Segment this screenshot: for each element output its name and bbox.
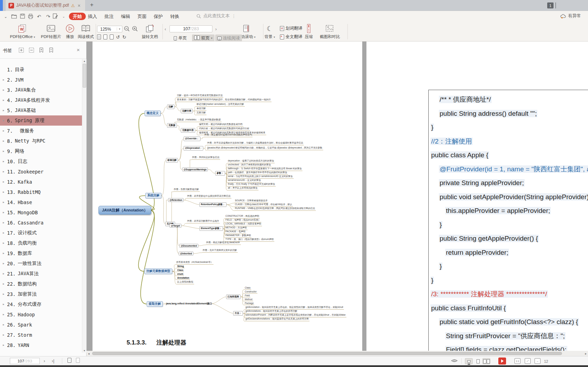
- save-icon[interactable]: [19, 13, 26, 20]
- fit-page-status-icon[interactable]: ⤢: [525, 358, 531, 364]
- continuous-layout-icon[interactable]: [465, 358, 473, 364]
- expand-all-icon[interactable]: [19, 48, 24, 53]
- menu-convert[interactable]: 转换: [170, 13, 179, 20]
- bookmark-item[interactable]: ▶9.网络: [0, 146, 82, 156]
- continuous-read-toggle[interactable]: 连续阅读: [215, 34, 242, 42]
- bookmark-item[interactable]: ▶20.一致性算法: [0, 258, 82, 268]
- read-mode-button[interactable]: 阅读模式: [76, 23, 96, 39]
- double-layout-icon[interactable]: [482, 358, 490, 364]
- expand-arrow-icon[interactable]: ▶: [3, 160, 7, 163]
- play-button[interactable]: 播放: [63, 23, 77, 39]
- sidebar-scrollbar[interactable]: ▲ ▼: [82, 59, 87, 353]
- expand-arrow-icon[interactable]: ▶: [3, 334, 7, 336]
- bookmark-item[interactable]: ▶23.加密算法: [0, 289, 82, 299]
- snapshot-compare-button[interactable]: 截图和对比: [317, 23, 343, 39]
- bookmark-item[interactable]: ▶21.JAVA算法: [0, 268, 82, 279]
- print-icon[interactable]: [27, 13, 34, 20]
- rotate-right-icon[interactable]: ↻: [122, 34, 126, 40]
- expand-arrow-icon[interactable]: ▶: [3, 303, 7, 306]
- word-translate-button[interactable]: 译 划词翻译: [278, 25, 305, 32]
- expand-arrow-icon[interactable]: ▶: [3, 150, 7, 153]
- sidebar-scroll-thumb[interactable]: [83, 64, 86, 88]
- sidebar-close-icon[interactable]: ×: [77, 47, 80, 53]
- bookmark-item[interactable]: ▶5.JAVA基础: [0, 105, 82, 115]
- fit-page-icon[interactable]: [97, 34, 101, 39]
- bookmark-item[interactable]: ▶18.负载均衡: [0, 238, 82, 248]
- bookmark-item[interactable]: ▶7.微服务: [0, 126, 82, 136]
- bookmark-item[interactable]: ▶12.Kafka: [0, 177, 82, 187]
- statusbar-page-input[interactable]: 107 /283: [10, 358, 40, 364]
- cloud-sync-status[interactable]: 有异常: [560, 13, 581, 19]
- new-tab-button[interactable]: +: [90, 1, 94, 8]
- single-layout-icon[interactable]: [474, 358, 482, 364]
- tab-close-icon[interactable]: ×: [78, 3, 81, 8]
- expand-arrow-icon[interactable]: ▶: [3, 211, 7, 214]
- rotate-left-icon[interactable]: ↺: [116, 34, 120, 40]
- double-page-toggle[interactable]: 双页 ▾: [192, 34, 215, 42]
- bookmark-item[interactable]: ▶14.Hbase: [0, 197, 82, 207]
- expand-arrow-icon[interactable]: ▶: [3, 109, 7, 112]
- expand-arrow-icon[interactable]: ▶: [3, 191, 7, 194]
- menu-edit[interactable]: 编辑: [121, 13, 130, 20]
- scroll-left-icon[interactable]: ◂: [88, 352, 90, 355]
- bookmark-item[interactable]: ▶4.JAVA多线程并发: [0, 95, 82, 105]
- expand-arrow-icon[interactable]: ▶: [3, 252, 7, 255]
- expand-arrow-icon[interactable]: ▶: [3, 140, 7, 143]
- horizontal-scrollbar[interactable]: ◂ ▸: [87, 351, 588, 356]
- next-page-button[interactable]: ›: [44, 358, 45, 363]
- menu-page[interactable]: 页面: [138, 13, 147, 20]
- expand-arrow-icon[interactable]: ▶: [3, 119, 7, 122]
- bookmark-item[interactable]: ▶15.MongoDB: [0, 207, 82, 217]
- bookmark-item[interactable]: ▶11.Zookeeper: [0, 166, 82, 177]
- zoom-out-icon[interactable]: [124, 26, 131, 33]
- bookmark-item[interactable]: ▶13.RabbitMQ: [0, 187, 82, 197]
- signature-icon[interactable]: [52, 13, 59, 20]
- bookmark-item[interactable]: ▶6.Spring 原理: [0, 115, 82, 126]
- expand-arrow-icon[interactable]: ▶: [3, 78, 7, 81]
- search-options-icon[interactable]: ⋮: [232, 14, 236, 19]
- fit-visible-icon[interactable]: [110, 34, 114, 39]
- expand-arrow-icon[interactable]: ▶: [3, 323, 7, 326]
- zoom-in-icon[interactable]: [132, 26, 139, 33]
- next-view-icon[interactable]: →: [76, 358, 80, 364]
- bookmark-item[interactable]: ▶24.分布式缓存: [0, 299, 82, 309]
- expand-arrow-icon[interactable]: ▶: [3, 201, 7, 204]
- menu-insert[interactable]: 插入: [88, 13, 97, 20]
- add-bookmark-icon[interactable]: [39, 48, 44, 53]
- bookmark-item[interactable]: ▶17.设计模式: [0, 228, 82, 238]
- window-badge[interactable]: 1: [547, 2, 554, 8]
- scroll-right-icon[interactable]: ▸: [585, 352, 587, 355]
- bookmark-item[interactable]: ▶16.Cassandra: [0, 217, 82, 228]
- actual-size-icon[interactable]: 1:1: [514, 358, 520, 364]
- menu-home[interactable]: 开始: [69, 13, 86, 20]
- bookmark-item[interactable]: ▶1.目录: [0, 64, 82, 75]
- expand-arrow-icon[interactable]: ▶: [3, 272, 7, 275]
- page-number-input[interactable]: 107 /283: [170, 25, 212, 32]
- expand-arrow-icon[interactable]: ▶: [3, 293, 7, 296]
- undo-icon[interactable]: ↶: [36, 13, 43, 20]
- expand-arrow-icon[interactable]: ▶: [3, 181, 7, 183]
- zoom-select[interactable]: 125% ▾: [97, 26, 122, 32]
- background-button[interactable]: ☾ 背景 ▾: [262, 23, 277, 39]
- pdf-to-image-button[interactable]: PDF转图片: [39, 23, 63, 39]
- expand-arrow-icon[interactable]: ▶: [3, 170, 7, 173]
- bookmark-item[interactable]: ▶3.JAVA集合: [0, 85, 82, 95]
- open-file-icon[interactable]: [11, 13, 18, 20]
- fit-width-status-icon[interactable]: ↔: [535, 358, 541, 364]
- expand-arrow-icon[interactable]: ▶: [3, 313, 7, 316]
- expand-arrow-icon[interactable]: ▶: [3, 232, 7, 234]
- bookmark-item[interactable]: ▶19.数据库: [0, 248, 82, 258]
- find-text-box[interactable]: 点此查找文本 ⋮: [196, 13, 236, 19]
- expand-arrow-icon[interactable]: ▶: [3, 89, 7, 91]
- bookmark-item[interactable]: ▶2.JVM: [0, 75, 82, 85]
- delete-bookmark-icon[interactable]: [49, 48, 54, 53]
- expand-arrow-icon[interactable]: ▶: [3, 262, 7, 265]
- last-page-button[interactable]: ›|: [52, 358, 55, 363]
- more-quick-actions-icon[interactable]: ⌄: [60, 13, 67, 20]
- eye-protect-icon[interactable]: [451, 358, 458, 363]
- expand-arrow-icon[interactable]: ▶: [3, 99, 7, 102]
- fit-width-icon[interactable]: [103, 34, 107, 39]
- pdf-to-office-button[interactable]: W PDF转Office ▾: [6, 23, 39, 39]
- bookmark-item[interactable]: ▶28.YARN: [0, 340, 82, 350]
- scroll-up-icon[interactable]: ▲: [82, 60, 87, 62]
